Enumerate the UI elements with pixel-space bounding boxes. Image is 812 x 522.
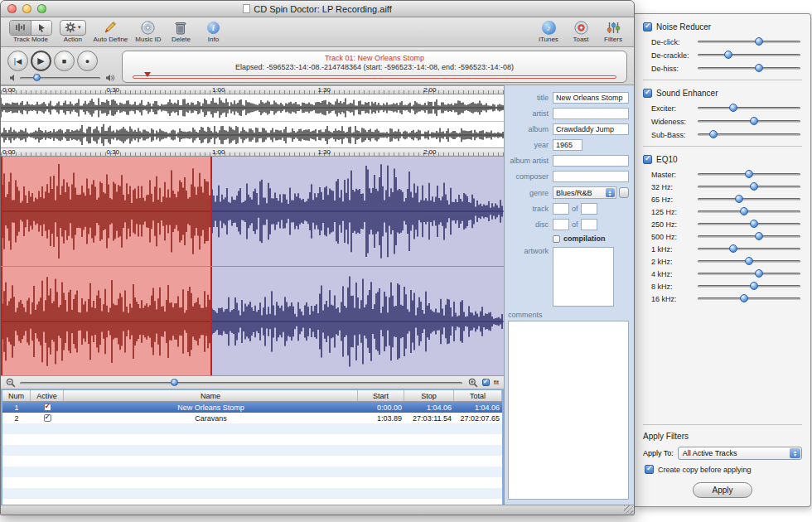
track-row-new-orleans-stomp[interactable]: 1New Orleans Stomp0:00.001:04.061:04.06 [2, 402, 502, 413]
auto-define-control[interactable]: Auto Define [94, 19, 128, 43]
de-hiss-slider[interactable] [698, 64, 800, 73]
zoom-slider[interactable] [20, 379, 462, 387]
250-hz-slider[interactable] [698, 220, 800, 229]
de-click-slider[interactable] [698, 37, 800, 46]
slider-thumb[interactable] [745, 257, 753, 265]
delete-control[interactable]: Delete [168, 19, 193, 43]
header-stop[interactable]: Stop [404, 390, 454, 401]
album-artist-input[interactable] [553, 155, 629, 167]
volume-slider-thumb[interactable] [33, 74, 41, 81]
slider-thumb[interactable] [750, 282, 758, 290]
slider-thumb[interactable] [740, 294, 748, 302]
music-id-control[interactable]: Music ID [135, 19, 161, 43]
slider-thumb[interactable] [724, 51, 732, 59]
eq10-checkbox[interactable] [643, 155, 652, 164]
compilation-checkbox[interactable] [553, 235, 560, 243]
4-khz-slider[interactable] [698, 269, 800, 278]
slider-thumb[interactable] [755, 232, 763, 240]
track-row-caravans[interactable]: 2Caravans1:03.8927:03:11.5427:02:07.65 [2, 413, 502, 423]
info-control[interactable]: i Info [201, 19, 225, 43]
artwork-well[interactable] [553, 247, 614, 307]
main-channel-left[interactable] [1, 157, 504, 266]
header-active[interactable]: Active [31, 390, 64, 401]
2-khz-slider[interactable] [698, 257, 800, 266]
selected-track-region[interactable] [1, 157, 212, 266]
zoom-out-icon[interactable] [6, 378, 16, 388]
header-start[interactable]: Start [358, 390, 404, 401]
action-button[interactable]: ▾ [60, 20, 86, 36]
active-checkbox[interactable] [44, 414, 51, 422]
overview-channel-right[interactable] [1, 121, 504, 148]
sound-enhancer-checkbox[interactable] [643, 89, 652, 98]
slider-thumb[interactable] [755, 64, 763, 72]
slider-thumb[interactable] [750, 182, 758, 191]
125-hz-slider[interactable] [698, 207, 800, 216]
apply-button[interactable]: Apply [693, 482, 752, 498]
wideness-slider[interactable] [698, 117, 800, 126]
album-input[interactable] [553, 123, 629, 135]
itunes-control[interactable]: ♪ iTunes [536, 19, 561, 43]
active-checkbox[interactable] [44, 404, 51, 411]
rewind-button[interactable]: |◀ [7, 51, 28, 71]
slider-thumb[interactable] [729, 104, 737, 112]
noise-reducer-checkbox[interactable] [643, 22, 652, 31]
32-hz-slider[interactable] [698, 182, 800, 191]
overview-channel-left[interactable] [1, 94, 504, 121]
zoom-slider-thumb[interactable] [171, 379, 178, 386]
create-copy-checkbox[interactable] [645, 465, 654, 474]
slider-thumb[interactable] [750, 220, 758, 228]
apply-to-dropdown[interactable]: All Active Tracks ▲▼ [678, 447, 802, 460]
filters-control[interactable]: Filters [601, 19, 626, 43]
unselected-track-region[interactable] [212, 267, 504, 376]
title-bar[interactable]: CD Spin Doctor: LP Recording.aiff [1, 1, 634, 17]
500-hz-slider[interactable] [698, 232, 800, 241]
1-khz-slider[interactable] [698, 244, 800, 254]
slider-thumb[interactable] [729, 244, 737, 253]
track-mode-select-button[interactable] [31, 21, 51, 35]
header-num[interactable]: Num [2, 390, 31, 401]
sub-bass-slider[interactable] [698, 130, 800, 139]
slider-thumb[interactable] [745, 170, 753, 178]
main-channel-right[interactable] [1, 266, 504, 376]
disc-number-input[interactable] [553, 219, 569, 230]
65-hz-slider[interactable] [698, 195, 800, 204]
track-of-input[interactable] [581, 203, 597, 215]
selected-track-region[interactable] [1, 267, 212, 376]
exciter-slider[interactable] [698, 104, 800, 113]
track-mode-waveform-button[interactable] [10, 21, 31, 35]
slider-thumb[interactable] [740, 207, 748, 215]
slider-thumb[interactable] [735, 195, 743, 203]
unselected-track-region[interactable] [212, 157, 504, 266]
playhead-marker-icon[interactable] [144, 72, 151, 77]
genre-dropdown[interactable]: Blues/R&B ▲▼ [553, 186, 616, 199]
disc-of-input[interactable] [581, 219, 597, 230]
title-input[interactable] [553, 92, 629, 104]
lcd-progress[interactable] [133, 73, 616, 79]
play-button[interactable]: ▶ [31, 51, 51, 71]
volume-slider[interactable] [20, 74, 100, 82]
zoom-button[interactable] [37, 4, 46, 13]
slider-thumb[interactable] [755, 269, 763, 278]
toast-control[interactable]: Toast [568, 19, 593, 43]
waveform-overview[interactable] [1, 94, 504, 147]
slider-thumb[interactable] [755, 37, 763, 46]
slider-thumb[interactable] [709, 130, 718, 138]
main-waveform-view[interactable] [1, 157, 504, 375]
master-slider[interactable] [698, 170, 800, 179]
comments-input[interactable] [508, 321, 629, 500]
composer-input[interactable] [553, 171, 629, 182]
close-button[interactable] [7, 4, 17, 13]
fit-checkbox[interactable] [482, 379, 490, 386]
slider-thumb[interactable] [750, 117, 758, 125]
genre-edit-button[interactable] [619, 187, 629, 198]
year-input[interactable] [553, 139, 582, 151]
header-name[interactable]: Name [64, 390, 358, 401]
zoom-in-icon[interactable] [468, 378, 478, 388]
16-khz-slider[interactable] [698, 294, 800, 303]
header-total[interactable]: Total [454, 390, 502, 401]
minimize-button[interactable] [22, 4, 31, 13]
record-button[interactable]: ● [77, 51, 98, 71]
8-khz-slider[interactable] [698, 282, 800, 291]
resize-grip[interactable] [624, 505, 633, 514]
artist-input[interactable] [553, 108, 629, 119]
